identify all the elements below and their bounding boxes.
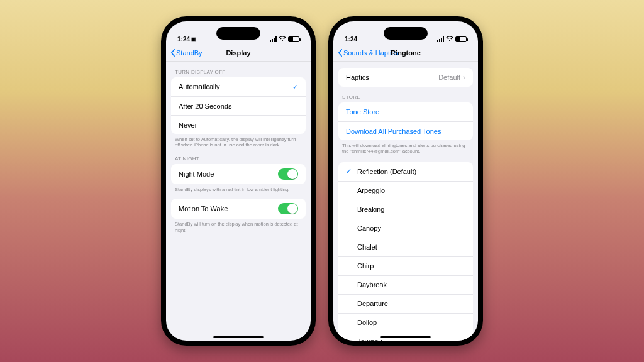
night-mode-group: Night Mode xyxy=(171,164,306,184)
battery-icon xyxy=(455,36,467,42)
tone-label: Chirp xyxy=(357,262,374,270)
tone-store-link[interactable]: Tone Store xyxy=(338,102,473,121)
tone-option[interactable]: Daybreak xyxy=(338,275,473,294)
section-header-turn-off: TURN DISPLAY OFF xyxy=(166,62,311,77)
phone-left: 1:24 ▣ StandBy Display TURN DISPLAY OFF xyxy=(161,16,316,346)
wifi-icon xyxy=(446,36,453,43)
cell-signal-icon xyxy=(437,36,444,42)
option-never[interactable]: Never xyxy=(171,115,306,134)
battery-icon xyxy=(288,36,299,42)
tone-label: Dollop xyxy=(357,319,377,326)
motion-wake-footer: StandBy will turn on the display when mo… xyxy=(166,219,311,233)
page-title: Display xyxy=(226,49,250,57)
haptics-group: Haptics Default › xyxy=(338,68,473,87)
checkmark-icon: ✓ xyxy=(292,83,298,91)
screen-right: 1:24 Sounds & Haptics Ringtone xyxy=(333,21,478,341)
night-mode-row[interactable]: Night Mode xyxy=(171,164,306,184)
checkmark-icon: ✓ xyxy=(345,167,352,175)
tone-label: Canopy xyxy=(357,224,381,232)
tone-label: Arpeggio xyxy=(357,187,385,194)
night-mode-footer: StandBy displays with a red tint in low … xyxy=(166,184,311,192)
tone-option[interactable]: Departure xyxy=(338,294,473,313)
turn-off-group: Automatically ✓ After 20 Seconds Never xyxy=(171,77,306,134)
section-header-night: AT NIGHT xyxy=(166,148,311,164)
nav-bar: StandBy Display xyxy=(166,44,311,62)
cell-signal-icon xyxy=(270,36,277,42)
tone-label: Daybreak xyxy=(357,281,387,288)
store-group: Tone Store Download All Purchased Tones xyxy=(338,102,473,140)
content-right: Haptics Default › STORE Tone Store Downl… xyxy=(333,62,478,341)
option-automatically[interactable]: Automatically ✓ xyxy=(171,77,306,96)
tone-option[interactable]: Chalet xyxy=(338,238,473,256)
tone-option[interactable]: Arpeggio xyxy=(338,181,473,200)
status-time: 1:24 xyxy=(177,36,190,43)
haptics-row[interactable]: Haptics Default › xyxy=(338,68,473,87)
tone-option[interactable]: Dollop xyxy=(338,313,473,332)
tone-label: Chalet xyxy=(357,243,377,251)
store-footer: This will download all ringtones and ale… xyxy=(333,140,478,155)
clock-icon: ▣ xyxy=(191,36,196,42)
back-button[interactable]: Sounds & Haptics xyxy=(337,44,398,61)
tone-label: Breaking xyxy=(357,206,384,213)
back-label: Sounds & Haptics xyxy=(343,49,398,57)
content-left: TURN DISPLAY OFF Automatically ✓ After 2… xyxy=(166,62,311,341)
back-label: StandBy xyxy=(176,49,203,57)
tone-label: Journey xyxy=(357,337,382,341)
status-time: 1:24 xyxy=(345,36,357,43)
nav-bar: Sounds & Haptics Ringtone xyxy=(333,44,478,62)
chevron-right-icon: › xyxy=(463,73,465,82)
motion-wake-row[interactable]: Motion To Wake xyxy=(171,199,306,219)
night-mode-toggle[interactable] xyxy=(278,168,298,180)
screen-left: 1:24 ▣ StandBy Display TURN DISPLAY OFF xyxy=(166,21,311,341)
ringtone-list: ✓ Reflection (Default) ArpeggioBreakingC… xyxy=(338,162,473,341)
back-button[interactable]: StandBy xyxy=(170,44,203,61)
phone-right: 1:24 Sounds & Haptics Ringtone xyxy=(328,16,483,346)
tone-option[interactable]: Canopy xyxy=(338,219,473,238)
download-tones-link[interactable]: Download All Purchased Tones xyxy=(338,121,473,140)
wifi-icon xyxy=(279,36,286,43)
section-header-store: STORE xyxy=(333,87,478,102)
tone-label: Departure xyxy=(357,300,388,307)
tone-option[interactable]: Breaking xyxy=(338,200,473,219)
dynamic-island xyxy=(384,27,428,40)
tone-option-selected[interactable]: ✓ Reflection (Default) xyxy=(338,162,473,181)
home-indicator[interactable] xyxy=(213,336,264,338)
tone-option[interactable]: Chirp xyxy=(338,256,473,275)
motion-wake-toggle[interactable] xyxy=(278,203,298,214)
motion-wake-group: Motion To Wake xyxy=(171,199,306,219)
option-after-20[interactable]: After 20 Seconds xyxy=(171,96,306,115)
home-indicator[interactable] xyxy=(380,336,431,338)
section-footer-turn-off: When set to Automatically, the display w… xyxy=(166,134,311,148)
dynamic-island xyxy=(216,27,260,40)
haptics-value: Default xyxy=(438,74,460,81)
